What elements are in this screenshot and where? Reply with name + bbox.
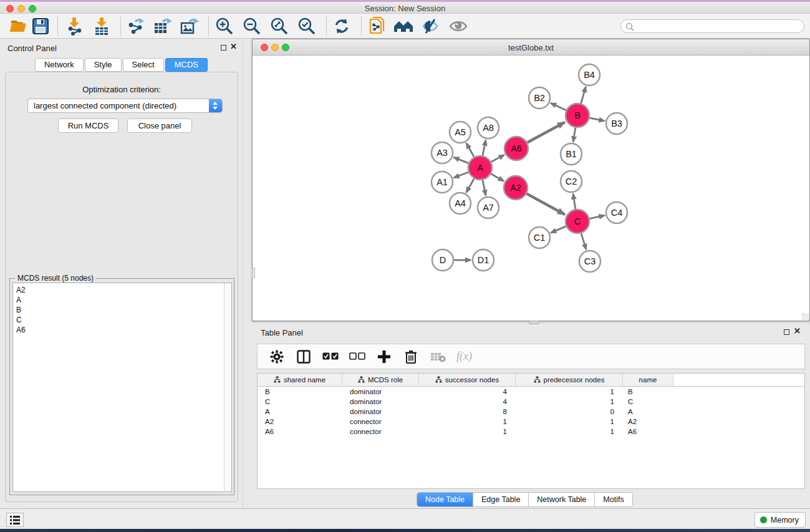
node-A5[interactable]: A5 <box>450 122 471 143</box>
node-C3[interactable]: C3 <box>579 251 600 272</box>
network-document-icon[interactable] <box>367 16 387 36</box>
close-panel-button[interactable]: Close panel <box>127 118 192 133</box>
node-C[interactable]: C <box>566 210 589 233</box>
result-item[interactable]: B <box>13 305 231 315</box>
show-hide-panels-icon[interactable] <box>420 16 440 36</box>
search-input[interactable] <box>636 21 801 32</box>
float-panel-icon[interactable] <box>221 45 226 51</box>
edge-B-B2[interactable] <box>551 103 566 110</box>
cell[interactable]: C <box>258 397 342 407</box>
add-column-icon[interactable] <box>376 349 392 365</box>
node-A3[interactable]: A3 <box>432 142 453 163</box>
select-all-icon[interactable] <box>322 349 339 365</box>
zoom-selected-icon[interactable] <box>297 16 317 36</box>
cell[interactable]: A <box>623 407 673 417</box>
cell[interactable]: connector <box>342 427 419 437</box>
result-item[interactable]: C <box>13 315 231 325</box>
node-C1[interactable]: C1 <box>529 227 550 248</box>
column-header-shared-name[interactable]: shared name <box>258 374 342 386</box>
cell[interactable]: dominator <box>342 407 419 417</box>
table-row[interactable]: A6connector11A6 <box>258 427 804 437</box>
node-B2[interactable]: B2 <box>529 87 550 109</box>
tab-node-table[interactable]: Node Table <box>417 493 473 506</box>
task-history-button[interactable] <box>6 513 24 527</box>
edge-B-B4[interactable] <box>581 87 586 104</box>
zoom-fit-icon[interactable] <box>269 16 289 36</box>
import-network-icon[interactable] <box>65 16 85 36</box>
cell[interactable]: 0 <box>516 407 623 417</box>
tab-style[interactable]: Style <box>85 58 122 72</box>
column-header-name[interactable]: name <box>623 374 673 386</box>
export-image-icon[interactable] <box>180 16 200 36</box>
node-B4[interactable]: B4 <box>579 64 600 85</box>
cell[interactable]: 1 <box>516 427 623 437</box>
node-A7[interactable]: A7 <box>478 197 499 218</box>
tab-edge-table[interactable]: Edge Table <box>473 493 529 506</box>
node-D[interactable]: D <box>432 249 453 271</box>
cell[interactable]: 4 <box>419 397 516 407</box>
home-icon[interactable] <box>393 16 413 36</box>
cell[interactable]: A <box>258 407 342 417</box>
edge-C-C4[interactable] <box>590 215 605 218</box>
node-A6[interactable]: A6 <box>504 137 528 160</box>
table-settings-icon[interactable] <box>269 349 285 365</box>
node-C2[interactable]: C2 <box>561 171 582 192</box>
cell[interactable]: 1 <box>516 387 623 397</box>
node-D1[interactable]: D1 <box>473 249 494 271</box>
tab-select[interactable]: Select <box>123 58 164 72</box>
tab-network-table[interactable]: Network Table <box>529 493 595 506</box>
table-row[interactable]: Adominator80A <box>258 407 804 417</box>
run-mcds-button[interactable]: Run MCDS <box>58 118 118 133</box>
cell[interactable]: A2 <box>258 417 342 427</box>
node-A4[interactable]: A4 <box>450 193 471 214</box>
result-item[interactable]: A6 <box>13 325 231 335</box>
open-session-icon[interactable] <box>8 16 28 36</box>
splitter-handle[interactable] <box>252 268 255 278</box>
close-panel-icon[interactable]: ✕ <box>794 326 801 336</box>
cell[interactable]: dominator <box>342 387 419 397</box>
edge-B-B3[interactable] <box>590 118 605 121</box>
edge-A2-C[interactable] <box>527 194 565 215</box>
memory-button[interactable]: Memory <box>755 512 806 528</box>
cell[interactable]: A6 <box>258 427 342 437</box>
column-header-MCDS-role[interactable]: MCDS role <box>342 374 419 386</box>
edge-A-A7[interactable] <box>483 180 486 196</box>
result-item[interactable]: A2 <box>13 285 231 295</box>
cell[interactable]: B <box>623 387 673 397</box>
edge-A-A5[interactable] <box>466 143 474 157</box>
edge-C-C2[interactable] <box>573 194 576 209</box>
cell[interactable]: connector <box>342 417 419 427</box>
cell[interactable]: dominator <box>342 397 419 407</box>
zoom-out-icon[interactable] <box>242 16 262 36</box>
column-header-predecessor-nodes[interactable]: predecessor nodes <box>516 374 623 386</box>
cell[interactable]: 1 <box>419 417 516 427</box>
result-item[interactable]: A <box>13 295 231 305</box>
cell[interactable]: 1 <box>516 397 623 407</box>
cell[interactable]: A2 <box>623 417 673 427</box>
cell[interactable]: 4 <box>419 387 516 397</box>
node-A8[interactable]: A8 <box>478 117 499 138</box>
float-panel-icon[interactable] <box>784 329 789 335</box>
optimization-dropdown[interactable]: largest connected component (directed) <box>27 99 223 113</box>
close-panel-icon[interactable]: ✕ <box>230 42 237 51</box>
delete-column-icon[interactable] <box>403 349 419 365</box>
edge-A-A2[interactable] <box>491 174 503 181</box>
mcds-result-list[interactable]: A2ABCA6 <box>12 283 232 492</box>
split-panel-icon[interactable] <box>296 349 312 365</box>
node-A[interactable]: A <box>468 156 492 180</box>
window-resize-grip[interactable] <box>802 313 809 320</box>
eye-icon[interactable] <box>448 16 468 36</box>
deselect-all-icon[interactable] <box>349 349 365 365</box>
export-table-icon[interactable] <box>153 16 173 36</box>
edge-C-C3[interactable] <box>581 233 586 249</box>
cell[interactable]: 1 <box>419 427 516 437</box>
tab-mcds[interactable]: MCDS <box>165 58 208 72</box>
edge-C-C1[interactable] <box>551 226 566 233</box>
tab-motifs[interactable]: Motifs <box>595 493 632 506</box>
save-session-icon[interactable] <box>31 16 51 36</box>
edge-A-A4[interactable] <box>466 178 474 192</box>
table-row[interactable]: Cdominator41C <box>258 397 804 407</box>
node-B3[interactable]: B3 <box>606 113 627 134</box>
node-A2[interactable]: A2 <box>504 176 528 200</box>
edge-B-B1[interactable] <box>573 128 576 142</box>
